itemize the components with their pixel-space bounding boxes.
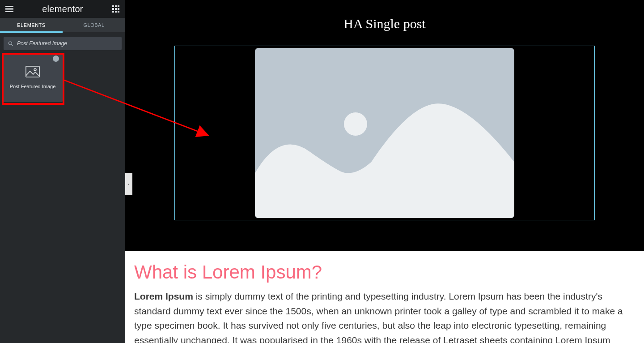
search-row <box>0 32 125 53</box>
widget-label: Post Featured Image <box>10 84 56 89</box>
tab-elements[interactable]: ELEMENTS <box>0 18 63 32</box>
post-paragraph-strong: Lorem Ipsum <box>134 291 193 301</box>
editor-canvas: HA Single post What is Lorem Ipsum? Lore… <box>125 0 644 343</box>
search-box[interactable] <box>4 37 122 50</box>
apps-grid-icon[interactable] <box>112 5 120 13</box>
post-heading: What is Lorem Ipsum? <box>134 262 635 283</box>
search-icon <box>8 41 13 47</box>
svg-rect-11 <box>118 11 119 13</box>
svg-rect-4 <box>115 5 117 7</box>
panel-collapse-handle[interactable]: ‹ <box>125 173 132 195</box>
svg-rect-8 <box>118 8 119 10</box>
svg-point-18 <box>344 112 367 136</box>
panel-topbar: elementor <box>0 0 125 18</box>
svg-rect-10 <box>115 11 117 13</box>
widget-pro-badge-icon <box>53 56 59 62</box>
image-placeholder-icon <box>255 48 514 218</box>
svg-rect-1 <box>5 9 13 10</box>
post-content-section: What is Lorem Ipsum? Lorem Ipsum is simp… <box>125 251 644 343</box>
panel-tabs: ELEMENTS GLOBAL <box>0 18 125 32</box>
elementor-panel: elementor ELEMENTS GLOBAL <box>0 0 125 343</box>
svg-rect-5 <box>118 5 119 7</box>
post-paragraph: Lorem Ipsum is simply dummy text of the … <box>134 289 635 343</box>
widget-grid: Post Featured Image <box>0 53 125 102</box>
svg-rect-0 <box>5 6 13 7</box>
svg-rect-6 <box>112 8 114 10</box>
svg-rect-2 <box>5 11 13 12</box>
hero-section[interactable]: HA Single post <box>125 0 644 251</box>
image-icon <box>25 66 40 77</box>
post-paragraph-rest: is simply dummy text of the printing and… <box>134 291 623 343</box>
svg-line-13 <box>12 44 13 46</box>
page-title: HA Single post <box>125 16 644 31</box>
svg-rect-9 <box>112 11 114 13</box>
brand-logo: elementor <box>42 4 83 14</box>
hamburger-icon[interactable] <box>5 5 13 13</box>
svg-point-15 <box>34 69 36 71</box>
search-input[interactable] <box>17 40 117 47</box>
featured-image-widget-frame[interactable] <box>174 46 595 220</box>
svg-point-12 <box>8 42 12 45</box>
chevron-left-icon: ‹ <box>128 182 129 187</box>
svg-rect-3 <box>112 5 114 7</box>
tab-global[interactable]: GLOBAL <box>63 18 125 32</box>
svg-rect-7 <box>115 8 117 10</box>
widget-post-featured-image[interactable]: Post Featured Image <box>3 53 63 102</box>
svg-rect-14 <box>26 66 39 77</box>
